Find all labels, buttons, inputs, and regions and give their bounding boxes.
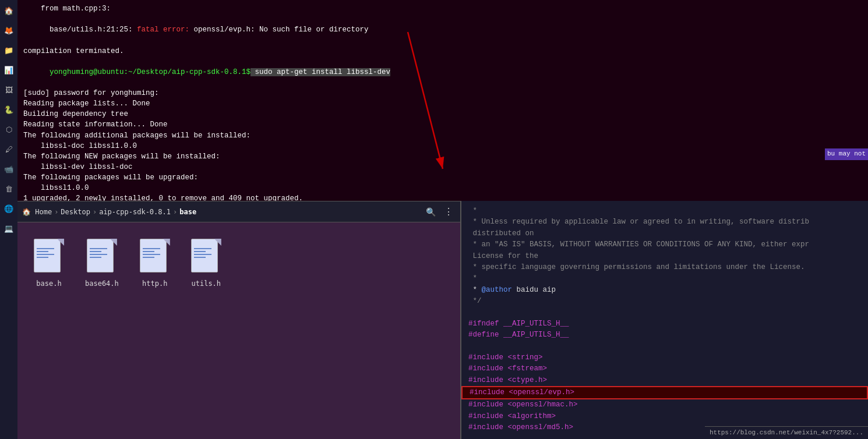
file-item-base64-h[interactable]: base64.h: [80, 234, 124, 292]
sidebar-icon-python[interactable]: 🐍: [1, 102, 16, 117]
sidebar-icon-home[interactable]: 🏠: [1, 3, 16, 18]
bottom-section: 🏠 Home › Desktop › aip-cpp-sdk-0.8.1 › b…: [17, 201, 868, 439]
sidebar: 🏠 🦊 📁 📊 🖼 🐍 ⬡ 🖊 📹 🗑 🌐 💻: [0, 0, 17, 439]
file-grid: base.h base64.h: [17, 222, 460, 439]
code-line: * Unless required by applicable law or a…: [468, 217, 861, 228]
fm-toolbar: 🏠 Home › Desktop › aip-cpp-sdk-0.8.1 › b…: [17, 201, 460, 222]
menu-button[interactable]: ⋮: [442, 205, 456, 218]
main-content: from math.cpp:3: base/utils.h:21:25: fat…: [17, 0, 868, 439]
file-item-http-h[interactable]: http.h: [135, 234, 175, 292]
code-line: #include <ctype.h>: [468, 375, 861, 386]
sidebar-note: bu may not: [825, 148, 868, 160]
sidebar-icon-video[interactable]: 📹: [1, 161, 16, 176]
file-icon: [140, 239, 170, 276]
breadcrumb-sep: ›: [173, 208, 177, 216]
breadcrumb-home[interactable]: 🏠 Home: [22, 208, 52, 216]
code-line: License for the: [468, 251, 861, 262]
term-line: 1 upgraded, 2 newly installed, 0 to remo…: [23, 193, 862, 201]
term-line: Building dependency tree: [23, 109, 862, 119]
term-line: Reading package lists... Done: [23, 98, 862, 109]
file-manager: 🏠 Home › Desktop › aip-cpp-sdk-0.8.1 › b…: [17, 201, 460, 439]
term-line: libssl-doc libssl1.0.0: [23, 141, 862, 151]
term-line: The following packages will be upgraded:: [23, 172, 862, 183]
term-line: compilation terminated.: [23, 46, 862, 56]
code-viewer[interactable]: * * Unless required by applicable law or…: [460, 201, 868, 439]
file-item-utils-h[interactable]: utils.h: [186, 234, 226, 292]
code-line: #include <fstream>: [468, 363, 861, 374]
code-line: * @author baidu aip: [468, 285, 861, 296]
sidebar-icon-calc[interactable]: 📊: [1, 62, 16, 77]
file-name: base64.h: [85, 279, 119, 288]
code-line: #include <openssl/hmac.h>: [468, 399, 861, 410]
file-item-base-h[interactable]: base.h: [29, 234, 69, 292]
code-line: #include <string>: [468, 352, 861, 363]
file-icon: [87, 239, 117, 276]
code-line-highlighted: #include <openssl/evp.h>: [461, 386, 868, 399]
breadcrumb-desktop[interactable]: Desktop: [61, 208, 90, 216]
terminal[interactable]: from math.cpp:3: base/utils.h:21:25: fat…: [17, 0, 868, 201]
fm-breadcrumb: 🏠 Home › Desktop › aip-cpp-sdk-0.8.1 › b…: [22, 208, 420, 216]
sidebar-icon-network[interactable]: 🌐: [1, 201, 16, 216]
code-line: * specific language governing permission…: [468, 262, 861, 273]
code-line: #ifndef __AIP_UTILS_H__: [468, 318, 861, 330]
term-line: yonghuming@ubuntu:~/Desktop/aip-cpp-sdk-…: [23, 56, 862, 88]
code-line: #define __AIP_UTILS_H__: [468, 330, 861, 341]
file-icon: [191, 239, 221, 276]
term-line: from math.cpp:3:: [23, 3, 862, 14]
code-line: *: [468, 206, 861, 217]
code-line: *: [468, 273, 861, 284]
term-line: [sudo] password for yonghuming:: [23, 88, 862, 98]
file-name: base.h: [36, 279, 61, 288]
term-line: Reading state information... Done: [23, 119, 862, 130]
code-line: distributed on: [468, 228, 861, 239]
file-name: http.h: [142, 279, 167, 288]
term-line: libssl1.0.0: [23, 183, 862, 193]
sidebar-icon-files[interactable]: 📁: [1, 43, 16, 58]
code-line: */: [468, 296, 861, 307]
status-bar: https://blog.csdn.net/weixin_4x7?2592...: [705, 426, 868, 439]
code-line: [468, 341, 861, 352]
term-line: base/utils.h:21:25: fatal error: openssl…: [23, 14, 862, 45]
sidebar-icon-firefox[interactable]: 🦊: [1, 23, 16, 38]
file-name: utils.h: [192, 279, 221, 288]
term-line: The following NEW packages will be insta…: [23, 151, 862, 162]
code-line: [468, 307, 861, 318]
sidebar-icon-hex[interactable]: ⬡: [1, 122, 16, 137]
search-button[interactable]: 🔍: [422, 206, 439, 218]
breadcrumb-sdk[interactable]: aip-cpp-sdk-0.8.1: [99, 208, 171, 216]
file-icon: [34, 239, 64, 276]
sidebar-icon-trash[interactable]: 🗑: [1, 181, 16, 196]
code-line: * an "AS IS" BASIS, WITHOUT WARRANTIES O…: [468, 239, 861, 250]
term-line: The following additional packages will b…: [23, 130, 862, 141]
term-line: libssl-dev libssl-doc: [23, 162, 862, 172]
code-line: #include <algorithm>: [468, 411, 861, 422]
breadcrumb-current: base: [179, 208, 196, 216]
breadcrumb-sep: ›: [54, 208, 58, 216]
sidebar-icon-image[interactable]: 🖼: [1, 82, 16, 97]
sidebar-icon-terminal[interactable]: 💻: [1, 221, 16, 236]
breadcrumb-sep: ›: [93, 208, 97, 216]
sidebar-icon-edit[interactable]: 🖊: [1, 141, 16, 157]
